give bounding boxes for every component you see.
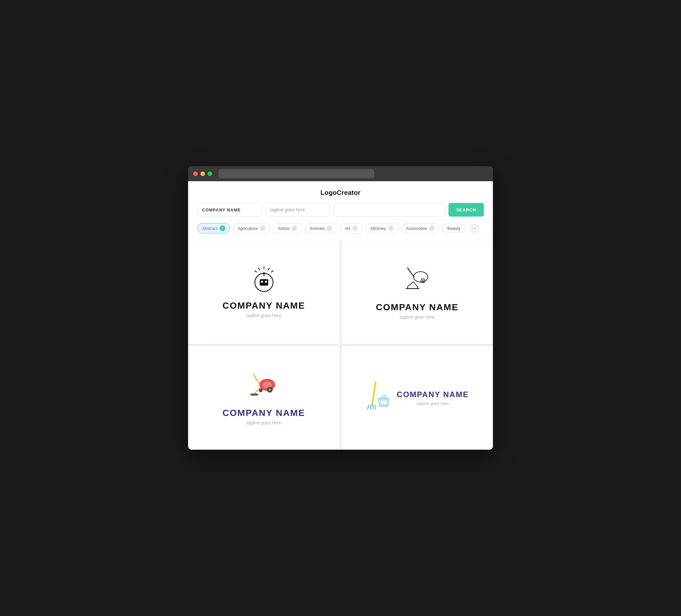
logo-icon-3	[248, 370, 280, 403]
category-bar: Abstract ✓ Agriculture ✓ Airline ✓ Anima…	[188, 223, 493, 240]
logo-1-company-name: COMPANY NAME	[223, 301, 305, 311]
svg-rect-7	[261, 281, 263, 283]
logo-card-1[interactable]: COMPANY NAME tagline goes here	[188, 240, 339, 344]
category-next-button[interactable]: →	[469, 223, 480, 233]
category-airline-check: ✓	[292, 225, 297, 231]
svg-rect-6	[260, 279, 268, 286]
svg-line-22	[368, 405, 369, 409]
category-automotive-check: ✓	[429, 225, 435, 231]
category-attorney-check: ✓	[388, 225, 394, 231]
category-art-check: ✓	[352, 225, 358, 231]
logo-4-text-group: COMPANY NAME tagline goes here	[397, 390, 469, 406]
logo-1-tagline: tagline goes here	[247, 313, 281, 318]
traffic-light-minimize[interactable]	[200, 172, 205, 176]
browser-window: LogoCreator SEARCH Abstract ✓ Agricultur…	[188, 166, 493, 450]
extra-search-input[interactable]	[333, 203, 445, 216]
category-agriculture-label: Agriculture	[238, 226, 258, 231]
svg-line-21	[372, 382, 376, 405]
logo-3-company-name: COMPANY NAME	[223, 408, 305, 418]
search-bar: SEARCH	[188, 203, 493, 223]
category-attorney-label: Attorney	[370, 226, 386, 231]
category-automotive[interactable]: Automotive ✓	[401, 223, 440, 233]
category-airline-label: Airline	[278, 226, 289, 231]
category-automotive-label: Automotive	[406, 226, 427, 231]
svg-point-18	[269, 389, 271, 391]
svg-rect-8	[265, 281, 267, 283]
category-abstract[interactable]: Abstract ✓	[197, 223, 230, 233]
logo-card-3[interactable]: COMPANY NAME tagline goes here	[188, 346, 339, 450]
category-agriculture[interactable]: Agriculture ✓	[233, 223, 271, 233]
logo-icon-1	[249, 266, 279, 296]
category-art[interactable]: Art ✓	[340, 223, 363, 233]
category-agriculture-check: ✓	[260, 225, 266, 231]
app-title: LogoCreator	[188, 181, 493, 203]
logo-4-tagline: tagline goes here	[397, 401, 469, 406]
svg-point-11	[413, 272, 428, 282]
logo-icon-2	[403, 264, 432, 297]
browser-titlebar	[188, 166, 493, 181]
category-animals[interactable]: Animals ✓	[305, 223, 337, 233]
svg-rect-26	[380, 401, 387, 404]
svg-point-28	[383, 395, 386, 397]
logo-2-company-name: COMPANY NAME	[376, 302, 458, 312]
svg-line-2	[258, 268, 260, 270]
logo-card-4[interactable]: COMPANY NAME tagline goes here	[342, 346, 493, 450]
traffic-light-maximize[interactable]	[207, 172, 212, 176]
logo-grid: COMPANY NAME tagline goes here	[188, 240, 493, 450]
category-beauty[interactable]: Beauty	[442, 224, 465, 233]
svg-point-27	[381, 396, 383, 399]
svg-line-25	[375, 405, 376, 409]
logo-2-tagline: tagline goes here	[400, 314, 434, 320]
tagline-input[interactable]	[265, 203, 330, 216]
svg-line-23	[370, 405, 371, 409]
svg-line-4	[255, 271, 256, 272]
svg-rect-20	[250, 393, 258, 395]
category-abstract-check: ✓	[220, 225, 225, 231]
category-beauty-label: Beauty	[447, 226, 460, 231]
svg-line-1	[268, 268, 270, 270]
svg-point-13	[422, 280, 424, 281]
logo-card-2[interactable]: COMPANY NAME tagline goes here	[342, 240, 493, 344]
category-abstract-label: Abstract	[202, 226, 218, 231]
logo-3-tagline: tagline goes here	[247, 420, 281, 426]
category-art-label: Art	[345, 226, 350, 231]
svg-line-3	[272, 271, 273, 272]
traffic-light-close[interactable]	[193, 172, 198, 176]
category-attorney[interactable]: Attorney ✓	[365, 223, 399, 233]
category-animals-label: Animals	[310, 226, 325, 231]
logo-4-company-name: COMPANY NAME	[397, 390, 469, 399]
category-airline[interactable]: Airline ✓	[273, 223, 302, 233]
app-container: LogoCreator SEARCH Abstract ✓ Agricultur…	[188, 181, 493, 450]
svg-point-19	[259, 389, 262, 392]
category-animals-check: ✓	[327, 225, 332, 231]
company-name-input[interactable]	[197, 203, 262, 216]
logo-icon-4	[366, 381, 392, 410]
address-bar	[219, 169, 374, 178]
svg-point-10	[263, 272, 265, 274]
search-button[interactable]: SEARCH	[449, 203, 484, 216]
